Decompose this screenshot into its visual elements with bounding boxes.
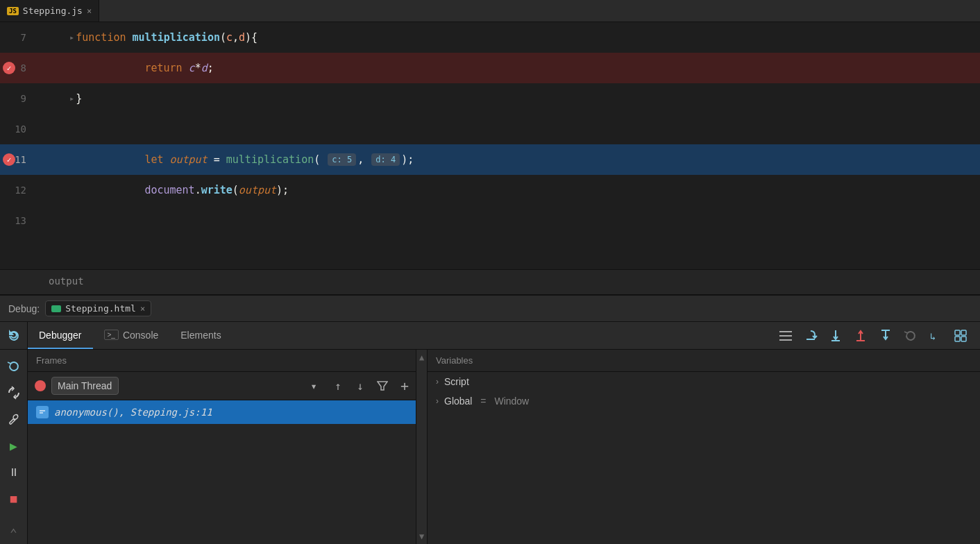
debug-label: Debug: <box>8 303 40 314</box>
thread-select-wrapper: Main Thread <box>51 377 323 395</box>
more-button[interactable]: ⌃ <box>3 522 25 544</box>
thread-down-button[interactable]: ↓ <box>350 376 370 396</box>
variables-panel: Variables › Script › Global = Window <box>428 350 980 544</box>
code-line-7: 7 ▸ function multiplication(c,d){ <box>0 22 980 53</box>
code-line-9-content: ▸ } <box>35 92 82 105</box>
code-line-8-content: return c*d; <box>35 56 214 80</box>
line-number-13: 13 <box>0 215 35 226</box>
var-item-script[interactable]: › Script <box>428 372 980 391</box>
refresh-icon <box>7 329 21 343</box>
code-line-9: 9 ▸ } <box>0 83 980 114</box>
frame-item-anonymous[interactable]: anonymous(), Stepping.js:11 <box>28 400 416 424</box>
tab-bar: JS Stepping.js × <box>0 0 980 22</box>
variables-header: Variables <box>428 350 980 372</box>
svg-rect-13 <box>955 337 960 341</box>
var-item-global[interactable]: › Global = Window <box>428 391 980 411</box>
thread-row: Main Thread ↑ ↓ + <box>28 372 416 400</box>
reload-icon[interactable] <box>899 325 922 347</box>
step-backward-icon[interactable] <box>875 325 897 347</box>
resume-button[interactable]: ▶ <box>3 434 25 457</box>
code-line-11: 11 let output = multiplication( c: 5, d:… <box>0 144 980 175</box>
fold-icon-9[interactable]: ▸ <box>69 94 74 103</box>
svg-rect-16 <box>38 409 47 416</box>
tab-close-button[interactable]: × <box>87 6 92 16</box>
frame-type-icon <box>36 406 49 418</box>
var-arrow-global: › <box>436 396 439 406</box>
tab-label: Stepping.js <box>23 6 83 16</box>
line-number-11: 11 <box>0 154 35 165</box>
step-over-icon[interactable] <box>800 325 822 347</box>
svg-rect-0 <box>779 331 792 332</box>
breakpoint-11[interactable] <box>3 153 15 166</box>
sync-ctrl-button[interactable] <box>3 382 25 404</box>
svg-text:↳: ↳ <box>930 331 936 342</box>
code-line-7-content: ▸ function multiplication(c,d){ <box>35 31 257 44</box>
js-icon: JS <box>7 7 19 15</box>
svg-rect-1 <box>779 335 792 337</box>
debugger-main: ▶ ⏸ ■ ⌃ Frames Main Thread ↑ ↓ <box>0 350 980 544</box>
code-line-8: 8 return c*d; <box>0 53 980 83</box>
output-bar: output <box>0 269 980 294</box>
scroll-up-arrow[interactable]: ▲ <box>419 352 424 362</box>
var-name-script: Script <box>444 376 469 387</box>
frame-label: anonymous(), Stepping.js:11 <box>54 407 212 418</box>
expression-icon[interactable]: ↳ <box>924 325 947 347</box>
add-frame-button[interactable]: + <box>400 377 409 394</box>
tab-console[interactable]: >_ Console <box>93 322 170 349</box>
tab-elements[interactable]: Elements <box>169 322 232 349</box>
frames-header: Frames <box>28 350 416 372</box>
breakpoint-8[interactable] <box>3 62 15 74</box>
code-line-11-content: let output = multiplication( c: 5, d: 4)… <box>35 147 414 172</box>
svg-marker-15 <box>378 382 387 390</box>
var-arrow-script: › <box>436 377 439 386</box>
var-name-global: Global <box>444 396 472 407</box>
code-line-12: 12 document.write(output); <box>0 175 980 205</box>
hamburger-icon[interactable] <box>775 325 797 347</box>
thread-status-dot <box>35 380 46 391</box>
line-number-7: 7 <box>0 32 35 43</box>
reload-ctrl-button[interactable] <box>3 355 25 377</box>
debug-tab-label: Stepping.html <box>65 303 136 314</box>
wrench-ctrl-button[interactable] <box>3 408 25 430</box>
debug-header: Debug: Stepping.html × <box>0 296 980 322</box>
sidebar-refresh-button[interactable] <box>0 322 28 349</box>
frames-panel: Frames Main Thread ↑ ↓ <box>28 350 416 544</box>
line-number-9: 9 <box>0 93 35 104</box>
svg-rect-14 <box>961 337 966 341</box>
svg-rect-12 <box>961 330 966 335</box>
html-icon <box>51 305 61 312</box>
thread-filter-button[interactable] <box>373 376 392 396</box>
tab-debugger[interactable]: Debugger <box>28 322 93 349</box>
stop-button[interactable]: ■ <box>3 487 25 509</box>
output-label: output <box>49 275 84 287</box>
line-number-10: 10 <box>0 124 35 135</box>
code-line-13: 13 <box>0 205 980 236</box>
scroll-column[interactable]: ▲ ▼ <box>416 350 428 544</box>
debugger-tabs-row: Debugger >_ Console Elements <box>0 322 980 350</box>
fold-icon-7[interactable]: ▸ <box>69 33 74 42</box>
debug-tab-close-button[interactable]: × <box>140 304 145 314</box>
line-number-8: 8 <box>0 62 35 74</box>
thread-controls: ↑ ↓ <box>328 376 392 396</box>
svg-rect-2 <box>779 339 792 341</box>
control-column: ▶ ⏸ ■ ⌃ <box>0 350 28 544</box>
thread-up-button[interactable]: ↑ <box>328 376 348 396</box>
scroll-down-arrow[interactable]: ▼ <box>419 532 424 541</box>
c-badge: c: 5 <box>328 153 356 166</box>
step-out-icon[interactable] <box>850 325 872 347</box>
d-badge: d: 4 <box>371 153 400 166</box>
svg-rect-11 <box>955 330 960 335</box>
code-lines: 7 ▸ function multiplication(c,d){ 8 retu… <box>0 22 980 269</box>
code-line-12-content: document.write(output); <box>35 178 289 203</box>
step-into-icon[interactable] <box>825 325 847 347</box>
code-editor: 7 ▸ function multiplication(c,d){ 8 retu… <box>0 22 980 294</box>
pause-button[interactable]: ⏸ <box>3 461 25 483</box>
thread-select[interactable]: Main Thread <box>51 377 119 395</box>
code-line-10: 10 <box>0 114 980 144</box>
console-icon: >_ <box>104 330 119 340</box>
debug-panel: Debug: Stepping.html × Debugger >_ Conso… <box>0 294 980 544</box>
debug-file-tab[interactable]: Stepping.html × <box>45 300 151 316</box>
grid-icon[interactable] <box>949 325 972 347</box>
toolbar-icons: ↳ <box>775 322 980 349</box>
file-tab[interactable]: JS Stepping.js × <box>0 0 99 22</box>
